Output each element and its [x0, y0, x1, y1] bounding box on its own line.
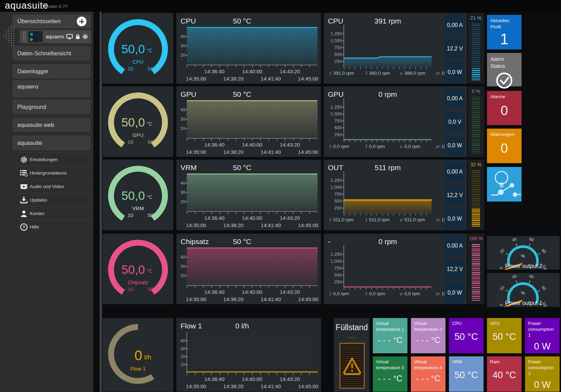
svg-text:14:45:00: 14:45:00 [298, 76, 318, 82]
tile-value: 0 W [528, 380, 557, 390]
vrm-temp-tile[interactable]: VRM 50 °C [449, 356, 484, 392]
chart-value: 391 rpm [374, 17, 401, 25]
svg-text:14:41:40: 14:41:40 [261, 222, 281, 228]
tile-value: 50 °C [490, 332, 518, 342]
sidebar-item-updates[interactable]: Updates [18, 193, 91, 207]
sidebar-item-daten-schnellansicht[interactable]: Daten-Schnellansicht [12, 46, 91, 60]
svg-text:0,0 rpm: 0,0 rpm [333, 144, 349, 149]
svg-text:40: 40 [181, 107, 185, 112]
cpu-temp-tile[interactable]: CPU 50 °C [449, 318, 484, 353]
current-tile: 0,00 A [445, 235, 465, 256]
light-switch-tile[interactable] [487, 167, 522, 202]
svg-text:0,0 rpm: 0,0 rpm [369, 291, 385, 296]
virtual-temp-3-tile[interactable]: Virtual temperature 3 - - - °C [373, 356, 407, 392]
sidebar-item-aquaero-page[interactable]: aquaero [20, 30, 91, 43]
svg-text:250: 250 [334, 279, 342, 284]
sidebar-item-hintergrunddienst[interactable]: Hintergrunddienst [18, 166, 91, 180]
svg-text:14:40:00: 14:40:00 [242, 376, 262, 382]
add-page-icon[interactable] [77, 17, 86, 26]
svg-text:14:38:20: 14:38:20 [223, 149, 243, 155]
sidebar-item-konten[interactable]: Konten [18, 206, 91, 220]
flow-chart: Flow 1 0 l/h 40 30 20 10 14:36:40 14:40:… [176, 318, 321, 392]
virtual-temp-1-tile[interactable]: Virtual temperature 1 - - - °C [373, 318, 407, 353]
virtual-temp-2-tile[interactable]: Virtual temperature 2 - - - °C [411, 318, 445, 353]
tile-label: Virtual temperature 2 [414, 321, 442, 333]
sidebar-item-einstellungen[interactable]: Einstellungen [18, 152, 91, 166]
svg-text:1.250: 1.250 [330, 31, 342, 36]
tile-value: 0 [490, 103, 518, 118]
help-icon: ? [18, 223, 30, 231]
chart-value: 50 °C [233, 17, 251, 25]
out-fan-panel: OUT 511 rpm 1.250 1.000 750 500 250 ↥511… [324, 160, 467, 230]
flow-ring-gauge: 0 l/h Flow 1 [103, 318, 173, 392]
monitor-icon[interactable] [66, 34, 73, 39]
sidebar: Übersichtsseiten aquaero Daten-Schnellan… [0, 12, 93, 392]
svg-text:14:36:40: 14:36:40 [204, 376, 224, 382]
svg-text:14:41:40: 14:41:40 [261, 149, 281, 155]
sidebar-item-aquasuite-web[interactable]: aquasuite web [12, 118, 91, 132]
svg-text:50 °C: 50 °C [233, 164, 251, 171]
svg-text:750: 750 [334, 118, 342, 123]
ram-temp-tile[interactable]: Ram 40 °C [487, 356, 522, 392]
svg-text:250: 250 [334, 205, 342, 211]
fuellstand-title: Füllstand [334, 323, 369, 332]
settings-label: Hintergrunddienst [30, 170, 67, 176]
virtual-temp-4-tile[interactable]: Virtual temperature 4 - - - °C [411, 356, 445, 392]
gauge-value: 50,0 [121, 42, 145, 56]
svg-text:1.000: 1.000 [330, 259, 342, 264]
sidebar-scrollbar[interactable] [100, 12, 102, 392]
tile-label: Ram [490, 359, 518, 365]
svg-text:20: 20 [181, 53, 185, 58]
svg-text:386,0 rpm: 386,0 rpm [404, 71, 425, 76]
tile-label: Virtual temperature 3 [376, 359, 404, 371]
sidebar-item-uebersichtsseiten[interactable]: Übersichtsseiten [12, 15, 91, 28]
gauge-label: Power output 2 [505, 263, 542, 269]
svg-text:14:43:20: 14:43:20 [280, 289, 300, 295]
power-consumption-1-tile[interactable]: Power consumption 1 0 W [525, 318, 560, 353]
settings-label: Audio und Video [30, 184, 64, 189]
alarm-status-tile[interactable]: Alarm Status [487, 53, 522, 86]
svg-text:14:35:00: 14:35:00 [186, 149, 206, 155]
gpu-temp-tile[interactable]: GPU 50 °C [487, 318, 522, 353]
percent-label: 32 % [468, 162, 484, 167]
current-profile-tile[interactable]: Aktuelles Profil 1 [487, 15, 522, 49]
svg-text:511,0 rpm: 511,0 rpm [333, 217, 354, 222]
drag-handle-icon[interactable] [22, 32, 26, 41]
sidebar-item-hilfe[interactable]: ? Hilfe [18, 220, 91, 234]
sidebar-item-audio-und-video[interactable]: Audio und Video [18, 179, 91, 193]
power-consumption-2-tile[interactable]: Power consumption 2 0 W [525, 356, 560, 392]
sidebar-item-playground[interactable]: Playground [12, 100, 91, 114]
current-tile: 0,00 A [445, 88, 465, 109]
svg-text:14:36:40: 14:36:40 [204, 289, 224, 295]
svg-text:1.250: 1.250 [330, 104, 342, 110]
sidebar-item-aquasuite[interactable]: aquasuite [12, 136, 91, 150]
sidebar-item-datenlogger[interactable]: Datenlogger [12, 64, 91, 78]
svg-text:500: 500 [334, 125, 342, 130]
lock-icon[interactable] [75, 34, 80, 39]
tile-value: - - - °C [376, 335, 404, 345]
alarme-tile[interactable]: Alarme 0 [487, 91, 522, 125]
gear-icon[interactable] [82, 34, 88, 40]
tile-label: Warnungen [490, 131, 518, 138]
cpu-fan-percent-gauge: 21 % [468, 13, 484, 84]
svg-text:OUT: OUT [328, 164, 343, 171]
svg-text:14:38:20: 14:38:20 [223, 383, 243, 389]
svg-text:50: 50 [148, 212, 154, 218]
percent-label: 100 % [468, 236, 484, 241]
power-tile: 0,0 W [445, 282, 465, 303]
svg-text:⌀: ⌀ [400, 291, 402, 296]
nav-label: Datenlogger [17, 68, 48, 75]
svg-text:⌀: ⌀ [400, 71, 402, 76]
svg-text:VRM: VRM [132, 205, 144, 211]
svg-text:↥: ↥ [329, 291, 332, 296]
svg-text:0: 0 [499, 266, 503, 270]
svg-text:↥: ↥ [329, 71, 332, 76]
gpu-temp-chart-panel: GPU 50 °C 40 30 20 14:36:40 14:40:00 14:… [176, 86, 321, 157]
gauge-label: Power output 1 [505, 300, 542, 306]
svg-text:250: 250 [334, 59, 342, 64]
svg-text:⇄: ⇄ [436, 217, 440, 222]
gauge-label: Flow 1 [130, 366, 146, 372]
warnungen-tile[interactable]: Warnungen 0 [487, 129, 522, 163]
svg-text:14:41:40: 14:41:40 [261, 76, 281, 82]
sidebar-item-aquaero[interactable]: aquaero [12, 80, 91, 97]
